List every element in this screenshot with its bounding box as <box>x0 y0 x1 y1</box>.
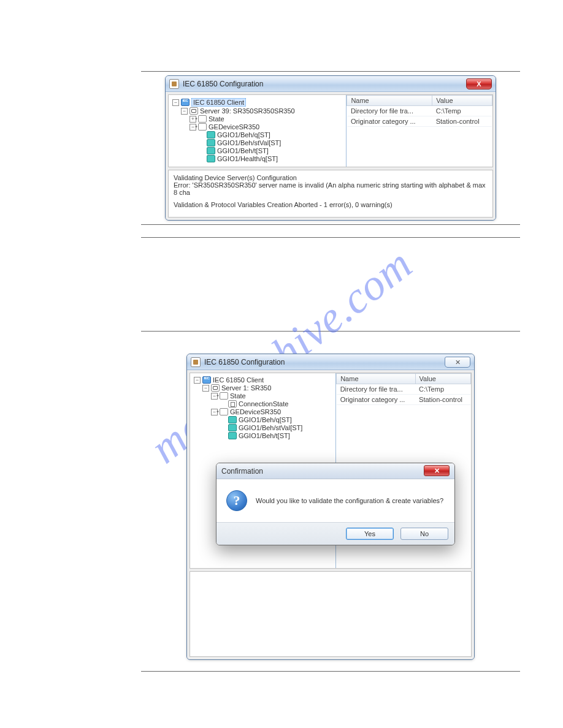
window-iec-config-1: IEC 61850 Configuration X − <box>165 75 496 221</box>
properties-pane: Name Value Directory for file tra... C:\… <box>347 95 492 167</box>
expander-icon[interactable]: − <box>194 377 201 384</box>
col-header-name[interactable]: Name <box>347 96 432 106</box>
prop-name[interactable]: Originator category ... <box>337 395 415 405</box>
tree-label-leaf[interactable]: GGIO1/Beh/q[ST] <box>239 416 292 423</box>
tree-node-device: − GEDeviceSR350 GGIO1/Beh/q[ST] GGIO1/Be… <box>211 408 333 439</box>
window-title: IEC 61850 Configuration <box>183 76 263 92</box>
tree-node-leaf: GGIO1/Beh/t[ST] <box>220 432 333 439</box>
tree-node-device: − GEDeviceSR350 GGIO1/Beh/q[ST] GGIO1/Be… <box>190 123 343 162</box>
window-title: IEC 61850 Configuration <box>204 354 285 370</box>
tree-label-root[interactable]: IEC 61850 Client <box>191 98 246 107</box>
tree-label-device[interactable]: GEDeviceSR350 <box>209 123 259 131</box>
tree-node-leaf: GGIO1/Beh/stVal[ST] <box>198 139 343 146</box>
modal-message: Would you like to validate the configura… <box>256 497 443 504</box>
server-icon <box>190 107 198 115</box>
log-line: Validation & Protocol Variables Creation… <box>174 201 488 208</box>
close-button[interactable]: ✕ <box>445 357 470 368</box>
rule-mid-1 <box>141 224 520 225</box>
col-header-value[interactable]: Value <box>415 374 470 384</box>
tree-label-device[interactable]: GEDeviceSR350 <box>230 408 281 415</box>
tree-label-leaf[interactable]: GGIO1/Beh/stVal[ST] <box>239 424 302 431</box>
titlebar[interactable]: IEC 61850 Configuration X <box>166 76 496 92</box>
rule-mid-3 <box>141 331 520 332</box>
log-line: Validating Device Server(s) Configuratio… <box>174 174 488 181</box>
col-header-name[interactable]: Name <box>337 374 415 384</box>
app-icon <box>169 79 179 89</box>
prop-name[interactable]: Directory for file tra... <box>347 106 432 116</box>
modal-title: Confirmation <box>221 463 263 479</box>
app-icon <box>191 357 201 367</box>
tree-label-leaf[interactable]: GGIO1/Beh/stVal[ST] <box>217 139 281 146</box>
tree-node-leaf: GGIO1/Beh/stVal[ST] <box>220 424 333 431</box>
iec-icon <box>181 99 190 106</box>
tree-label-leaf[interactable]: GGIO1/Beh/q[ST] <box>217 131 270 138</box>
question-icon: ? <box>226 490 247 511</box>
prop-value[interactable]: C:\Temp <box>415 384 470 395</box>
tree-node-server: − Server 39: SR350SR350SR350 + <box>181 107 343 162</box>
tree-node-conn: ConnectionState <box>220 400 333 408</box>
iec-icon <box>202 376 211 384</box>
log-line: Error: 'SR350SR350SR350' server name is … <box>174 181 488 196</box>
tree-node-state: − State ConnectionState <box>211 392 333 408</box>
folder-icon <box>198 115 207 123</box>
table-row: Originator category ... Station-control <box>337 395 471 405</box>
table-row: Originator category ... Station-control <box>347 116 492 127</box>
close-icon: ✕ <box>434 463 440 479</box>
close-button[interactable]: X <box>466 78 492 89</box>
close-icon: X <box>477 76 481 92</box>
no-button[interactable]: No <box>400 528 448 540</box>
properties-table: Name Value Directory for file tra... C:\… <box>336 373 471 405</box>
client-area: − IEC 61850 Client − S <box>166 92 496 220</box>
tree-label-leaf[interactable]: GGIO1/Beh/t[ST] <box>217 147 269 154</box>
prop-value[interactable]: Station-control <box>432 116 492 127</box>
expander-icon[interactable]: − <box>202 385 209 392</box>
figure-1: IEC 61850 Configuration X − <box>165 75 496 221</box>
confirmation-dialog: Confirmation ✕ ? Would you like to valid… <box>216 463 455 545</box>
leaf-icon <box>228 416 237 423</box>
rule-top-1 <box>141 71 520 72</box>
yes-button[interactable]: Yes <box>346 528 394 540</box>
leaf-icon <box>228 432 237 439</box>
modal-close-button[interactable]: ✕ <box>424 465 450 476</box>
expander-icon[interactable]: − <box>172 99 179 106</box>
tree-label-root[interactable]: IEC 61850 Client <box>213 376 264 384</box>
leaf-icon <box>207 147 215 154</box>
modal-titlebar[interactable]: Confirmation ✕ <box>216 463 454 479</box>
folder-icon <box>198 123 207 131</box>
modal-footer: Yes No <box>216 522 454 545</box>
tree-node-leaf: GGIO1/Beh/q[ST] <box>220 416 333 423</box>
tree-node-leaf: GGIO1/Beh/q[ST] <box>198 131 343 138</box>
server-icon <box>211 384 220 392</box>
tree-label-server[interactable]: Server 39: SR350SR350SR350 <box>200 107 295 115</box>
leaf-icon <box>207 131 215 138</box>
tree-label-state[interactable]: State <box>209 115 224 123</box>
close-icon: ✕ <box>455 354 461 370</box>
log-panel: Validating Device Server(s) Configuratio… <box>168 170 493 218</box>
leaf-icon <box>207 139 215 146</box>
rule-bottom <box>141 671 520 672</box>
folder-icon <box>220 408 228 415</box>
prop-value[interactable]: Station-control <box>415 395 470 405</box>
log-panel <box>190 571 472 657</box>
titlebar[interactable]: IEC 61850 Configuration ✕ <box>187 354 474 370</box>
tree-node-leaf: GGIO1/Health/q[ST] <box>198 155 343 162</box>
tree-node-leaf: GGIO1/Beh/t[ST] <box>198 147 343 154</box>
tree-label-state[interactable]: State <box>230 392 246 400</box>
prop-name[interactable]: Originator category ... <box>347 116 432 127</box>
expander-icon[interactable]: − <box>181 108 188 115</box>
tree-label-server[interactable]: Server 1: SR350 <box>221 384 271 392</box>
tree-node-root: − IEC 61850 Client − S <box>172 98 343 162</box>
tree-label-conn[interactable]: ConnectionState <box>239 400 288 408</box>
properties-table: Name Value Directory for file tra... C:\… <box>347 95 492 127</box>
tree-node-server: − Server 1: SR350 − <box>202 384 333 439</box>
col-header-value[interactable]: Value <box>432 96 492 106</box>
tree-label-leaf[interactable]: GGIO1/Health/q[ST] <box>217 155 278 162</box>
folder-icon <box>220 392 228 400</box>
figure-2: IEC 61850 Configuration ✕ − I <box>186 354 475 660</box>
prop-name[interactable]: Directory for file tra... <box>337 384 415 395</box>
tree-label-leaf[interactable]: GGIO1/Beh/t[ST] <box>239 432 290 439</box>
prop-value[interactable]: C:\Temp <box>432 106 492 116</box>
tree-node-root: − IEC 61850 Client − S <box>194 376 333 439</box>
tree-pane[interactable]: − IEC 61850 Client − S <box>169 95 347 167</box>
tree-node-state: + State <box>190 115 343 123</box>
